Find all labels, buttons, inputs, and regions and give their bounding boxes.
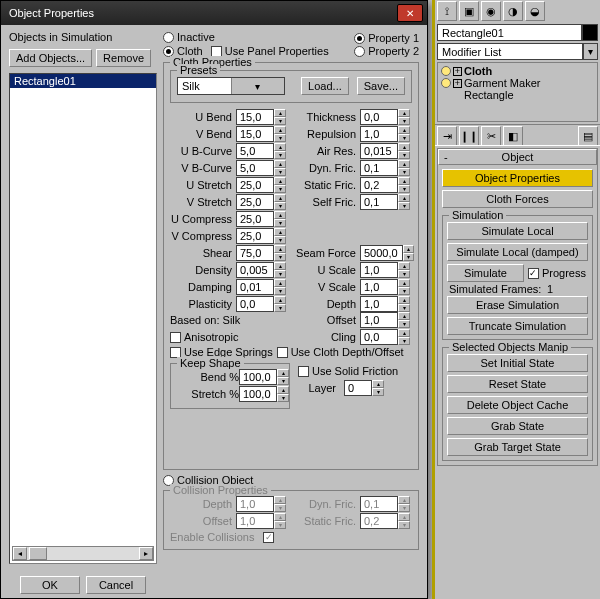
- object-name-field[interactable]: Rectangle01: [437, 24, 598, 41]
- h-scrollbar[interactable]: ◂ ▸: [12, 546, 154, 561]
- inactive-radio[interactable]: Inactive: [163, 31, 329, 43]
- dyn-fric-field[interactable]: 0,1▴▾: [360, 160, 414, 176]
- air-res-field[interactable]: 0,015▴▾: [360, 143, 414, 159]
- ok-button[interactable]: OK: [20, 576, 80, 594]
- u-bend-field[interactable]: 15,0▴▾: [236, 109, 290, 125]
- density-field[interactable]: 0,005▴▾: [236, 262, 290, 278]
- frames-label: Simulated Frames:: [449, 283, 541, 295]
- scroll-right-arrow-icon[interactable]: ▸: [139, 547, 153, 560]
- rollout-header[interactable]: - Object: [438, 149, 597, 165]
- tool-icon[interactable]: ◉: [481, 1, 501, 21]
- delete-cache-button[interactable]: Delete Object Cache: [447, 396, 588, 414]
- u-scale-field[interactable]: 1,0▴▾: [360, 262, 414, 278]
- simulate-local-damped-button[interactable]: Simulate Local (damped): [447, 243, 588, 261]
- depth-field[interactable]: 1,0▴▾: [360, 296, 414, 312]
- objects-column: Objects in Simulation Add Objects... Rem…: [9, 31, 157, 594]
- stack-icon[interactable]: ◧: [503, 126, 523, 146]
- object-color-swatch[interactable]: [582, 24, 598, 41]
- coll-depth-field: 1,0▴▾: [236, 496, 290, 512]
- bulb-icon[interactable]: [441, 78, 451, 88]
- bend-pct-field[interactable]: 100,0▴▾: [239, 369, 295, 385]
- v-bend-field[interactable]: 15,0▴▾: [236, 126, 290, 142]
- modifier-stack[interactable]: +Cloth +Garment Maker Rectangle: [437, 62, 598, 122]
- tool-icon[interactable]: ◑: [503, 1, 523, 21]
- plasticity-field[interactable]: 0,0▴▾: [236, 296, 290, 312]
- frames-value: 1: [547, 283, 553, 295]
- grab-state-button[interactable]: Grab State: [447, 417, 588, 435]
- based-on-label: Based on: Silk: [170, 314, 290, 326]
- tool-icon[interactable]: ▣: [459, 1, 479, 21]
- preset-dropdown[interactable]: Silk: [177, 77, 285, 95]
- object-properties-button[interactable]: Object Properties: [442, 169, 593, 187]
- scroll-left-arrow-icon[interactable]: ◂: [13, 547, 27, 560]
- object-properties-dialog: Object Properties Objects in Simulation …: [0, 0, 428, 599]
- u-compress-field[interactable]: 25,0▴▾: [236, 211, 290, 227]
- erase-simulation-button[interactable]: Erase Simulation: [447, 296, 588, 314]
- layer-field[interactable]: 0▴▾: [344, 380, 384, 396]
- pin-icon[interactable]: ⇥: [437, 126, 457, 146]
- property1-radio[interactable]: Property 1: [354, 32, 419, 44]
- coll-dyn-field: 0,1▴▾: [360, 496, 414, 512]
- modifier-list-dropdown[interactable]: Modifier List: [437, 43, 598, 60]
- u-stretch-field[interactable]: 25,0▴▾: [236, 177, 290, 193]
- chevron-down-icon[interactable]: [583, 43, 598, 60]
- collision-properties-fieldset: Collision Properties Depth1,0▴▾ Dyn. Fri…: [163, 490, 419, 550]
- damping-field[interactable]: 0,01▴▾: [236, 279, 290, 295]
- params-grid: U Bend15,0▴▾ Thickness0,0▴▾ V Bend15,0▴▾…: [170, 109, 412, 312]
- close-icon[interactable]: [397, 4, 423, 22]
- v-bcurve-field[interactable]: 5,0▴▾: [236, 160, 290, 176]
- truncate-simulation-button[interactable]: Truncate Simulation: [447, 317, 588, 335]
- bulb-icon[interactable]: [441, 66, 451, 76]
- chevron-down-icon[interactable]: [231, 78, 285, 94]
- presets-fieldset: Presets Silk Load... Save...: [170, 70, 412, 103]
- tree-item[interactable]: +Garment Maker: [440, 77, 595, 89]
- anisotropic-check[interactable]: Anisotropic: [170, 331, 290, 343]
- remove-button[interactable]: Remove: [96, 49, 151, 67]
- tool-icon[interactable]: ◒: [525, 1, 545, 21]
- simulate-button[interactable]: Simulate: [447, 264, 524, 282]
- progress-check[interactable]: Progress: [526, 264, 588, 282]
- coll-offset-field: 1,0▴▾: [236, 513, 290, 529]
- save-preset-button[interactable]: Save...: [357, 77, 405, 95]
- cling-field[interactable]: 0,0▴▾: [360, 329, 414, 345]
- cancel-button[interactable]: Cancel: [86, 576, 146, 594]
- set-initial-state-button[interactable]: Set Initial State: [447, 354, 588, 372]
- tree-item[interactable]: Rectangle: [440, 89, 595, 101]
- add-objects-button[interactable]: Add Objects...: [9, 49, 92, 67]
- v-stretch-field[interactable]: 25,0▴▾: [236, 194, 290, 210]
- repulsion-field[interactable]: 1,0▴▾: [360, 126, 414, 142]
- scroll-thumb[interactable]: [29, 547, 47, 560]
- tool-icon[interactable]: ⟟: [437, 1, 457, 21]
- thickness-field[interactable]: 0,0▴▾: [360, 109, 414, 125]
- u-bcurve-field[interactable]: 5,0▴▾: [236, 143, 290, 159]
- stack-icon[interactable]: ✂: [481, 126, 501, 146]
- config-icon[interactable]: ▤: [578, 126, 598, 146]
- tree-item[interactable]: +Cloth: [440, 65, 595, 77]
- offset-field[interactable]: 1,0▴▾: [360, 312, 414, 328]
- expand-icon[interactable]: +: [453, 79, 462, 88]
- cloth-depth-check[interactable]: Use Cloth Depth/Offset: [277, 346, 404, 358]
- list-item[interactable]: Rectangle01: [10, 74, 156, 88]
- shear-field[interactable]: 75,0▴▾: [236, 245, 290, 261]
- v-compress-field[interactable]: 25,0▴▾: [236, 228, 290, 244]
- solid-friction-check[interactable]: Use Solid Friction: [298, 365, 398, 377]
- static-fric-field[interactable]: 0,2▴▾: [360, 177, 414, 193]
- cloth-forces-button[interactable]: Cloth Forces: [442, 190, 593, 208]
- property2-radio[interactable]: Property 2: [354, 45, 419, 57]
- self-fric-field[interactable]: 0,1▴▾: [360, 194, 414, 210]
- based-grid: Based on: Silk Offset1,0▴▾ Anisotropic C…: [170, 312, 412, 345]
- reset-state-button[interactable]: Reset State: [447, 375, 588, 393]
- v-scale-field[interactable]: 1,0▴▾: [360, 279, 414, 295]
- stack-icon[interactable]: ❙❙: [459, 126, 479, 146]
- grab-target-state-button[interactable]: Grab Target State: [447, 438, 588, 456]
- coll-static-field: 0,2▴▾: [360, 513, 414, 529]
- titlebar[interactable]: Object Properties: [1, 1, 427, 25]
- objects-list[interactable]: Rectangle01 ◂ ▸: [9, 73, 157, 564]
- load-preset-button[interactable]: Load...: [301, 77, 349, 95]
- keep-shape-fieldset: Keep Shape Bend % 100,0▴▾ Stretch % 100,…: [170, 363, 290, 409]
- expand-icon[interactable]: +: [453, 67, 462, 76]
- seam-force-field[interactable]: 5000,0▴▾: [360, 245, 414, 261]
- simulate-local-button[interactable]: Simulate Local: [447, 222, 588, 240]
- stack-toolbar: ⇥ ❙❙ ✂ ◧ ▤: [435, 124, 600, 146]
- stretch-pct-field[interactable]: 100,0▴▾: [239, 386, 295, 402]
